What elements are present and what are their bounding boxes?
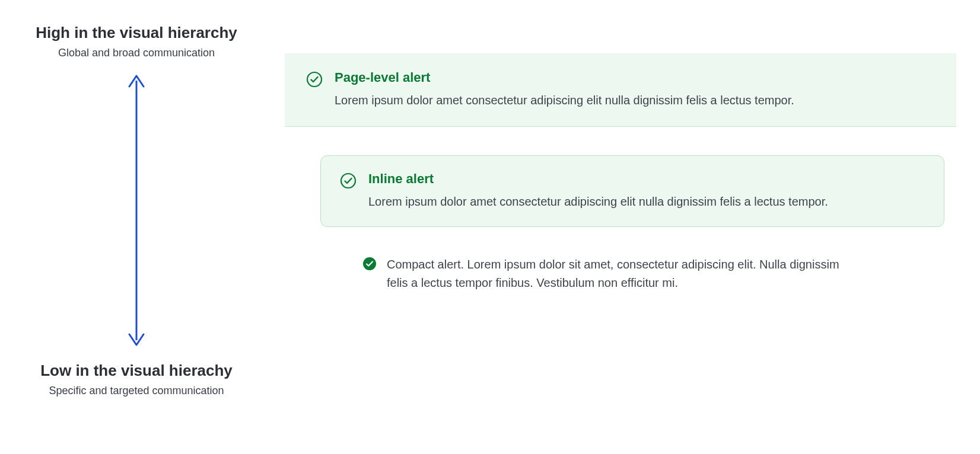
hierarchy-high-label: High in the visual hierarchy Global and … <box>36 24 237 59</box>
hierarchy-high-subtitle: Global and broad communication <box>36 47 237 59</box>
check-circle-icon <box>306 71 323 88</box>
page-alert-body: Lorem ipsum dolor amet consectetur adipi… <box>335 91 935 110</box>
hierarchy-scale: High in the visual hierarchy Global and … <box>24 24 249 397</box>
check-circle-solid-icon <box>363 257 376 270</box>
hierarchy-low-title: Low in the visual hierachy <box>40 362 233 380</box>
hierarchy-low-label: Low in the visual hierachy Specific and … <box>40 362 233 397</box>
check-circle-icon <box>340 172 357 189</box>
svg-point-2 <box>341 174 355 188</box>
compact-alert-body: Compact alert. Lorem ipsum dolor sit ame… <box>387 255 854 292</box>
inline-alert-title: Inline alert <box>368 171 925 187</box>
inline-alert-body: Lorem ipsum dolor amet consectetur adipi… <box>368 193 925 211</box>
hierarchy-high-title: High in the visual hierarchy <box>36 24 237 42</box>
alert-examples: Page-level alert Lorem ipsum dolor amet … <box>285 24 956 397</box>
svg-point-1 <box>307 72 322 87</box>
hierarchy-arrow <box>125 71 148 350</box>
double-arrow-icon <box>125 71 148 350</box>
inline-alert: Inline alert Lorem ipsum dolor amet cons… <box>320 155 944 227</box>
compact-alert: Compact alert. Lorem ipsum dolor sit ame… <box>344 255 873 292</box>
page-level-alert: Page-level alert Lorem ipsum dolor amet … <box>285 53 956 127</box>
svg-point-3 <box>363 257 376 270</box>
hierarchy-low-subtitle: Specific and targeted communication <box>40 385 233 397</box>
page-alert-title: Page-level alert <box>335 70 935 85</box>
